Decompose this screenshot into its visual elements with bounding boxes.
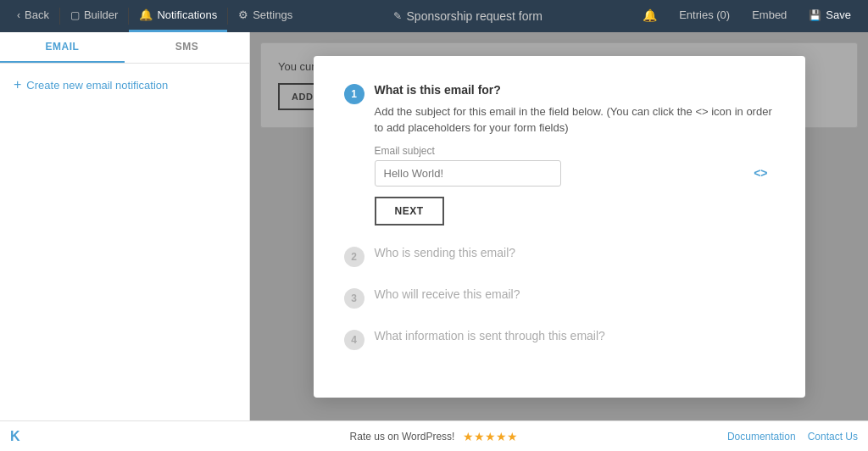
step-1: 1 What is this email for? Add the subjec… (344, 83, 775, 226)
tab-email[interactable]: EMAIL (0, 32, 125, 63)
footer-right-links: Documentation Contact Us (727, 431, 858, 443)
save-button[interactable]: 💾 Save (798, 0, 861, 32)
step-4-content: What information is sent through this em… (375, 329, 775, 342)
back-icon: ‹ (17, 9, 20, 21)
tab-sms[interactable]: SMS (125, 32, 249, 63)
email-subject-input[interactable] (375, 160, 561, 187)
contact-us-label: Contact Us (808, 431, 858, 443)
save-label: Save (826, 8, 851, 21)
main-area: EMAIL SMS + Create new email notificatio… (0, 32, 868, 420)
entries-button[interactable]: Entries (0) (669, 0, 740, 32)
step-2-content: Who is sending this email? (375, 246, 775, 259)
step-1-title: What is this email for? (375, 83, 775, 97)
next-button[interactable]: NEXT (375, 197, 444, 226)
step-1-description: Add the subject for this email in the fi… (375, 103, 775, 136)
step-4-number: 4 (344, 330, 364, 350)
sidebar-tabs: EMAIL SMS (0, 32, 249, 64)
builder-button[interactable]: ▢ Builder (60, 0, 128, 32)
builder-label: Builder (84, 8, 118, 21)
bell-alert-button[interactable]: 🔔 (632, 0, 667, 32)
builder-icon: ▢ (70, 9, 80, 21)
step-1-title-text: What is this email for? (375, 83, 501, 97)
back-label: Back (25, 8, 49, 21)
notifications-label: Notifications (157, 8, 217, 21)
footer-center: Rate us on WordPress! ★★★★★ (350, 430, 519, 443)
nav-right-actions: 🔔 Entries (0) Embed 💾 Save (632, 0, 861, 32)
email-tab-label: EMAIL (46, 41, 80, 53)
step-1-field-label-text: Email subject (375, 145, 435, 157)
save-icon: 💾 (809, 9, 821, 21)
next-label: NEXT (395, 205, 424, 217)
step-3-title-text: Who will receive this email? (375, 287, 520, 301)
star-icons[interactable]: ★★★★★ (463, 430, 518, 443)
footer: K Rate us on WordPress! ★★★★★ Documentat… (0, 420, 868, 451)
create-new-label: Create new email notification (26, 79, 168, 92)
step-2-title: Who is sending this email? (375, 246, 775, 259)
form-title: Sponsorship request form (407, 9, 542, 23)
content-area: You currently do not have any emails con… (250, 32, 868, 420)
step-1-desc-text: Add the subject for this email in the fi… (375, 105, 772, 135)
step-3: 3 Who will receive this email? (344, 287, 775, 309)
embed-button[interactable]: Embed (742, 0, 797, 32)
settings-label: Settings (253, 8, 292, 21)
back-button[interactable]: ‹ Back (7, 0, 59, 32)
code-brackets-icon[interactable]: <> (754, 166, 767, 180)
step-1-content: What is this email for? Add the subject … (375, 83, 775, 226)
rate-text: Rate us on WordPress! (350, 431, 455, 443)
email-subject-input-group: <> (375, 160, 775, 187)
step-3-content: Who will receive this email? (375, 287, 775, 301)
alert-bell-icon: 🔔 (643, 8, 657, 22)
footer-logo: K (10, 429, 20, 444)
documentation-label: Documentation (727, 431, 796, 443)
sidebar-content: + Create new email notification (0, 64, 249, 106)
top-navigation: ‹ Back ▢ Builder 🔔 Notifications ⚙ Setti… (0, 0, 868, 32)
edit-icon: ✎ (393, 10, 402, 22)
step-3-num-label: 3 (351, 292, 357, 304)
sidebar: EMAIL SMS + Create new email notificatio… (0, 32, 250, 420)
gear-icon: ⚙ (238, 8, 248, 21)
k-logo-icon: K (10, 429, 20, 443)
step-2: 2 Who is sending this email? (344, 246, 775, 267)
step-4-title: What information is sent through this em… (375, 329, 775, 342)
step-4-title-text: What information is sent through this em… (375, 329, 605, 342)
step-3-title: Who will receive this email? (375, 287, 775, 301)
bell-icon: 🔔 (139, 8, 153, 21)
modal-dialog: 1 What is this email for? Add the subjec… (314, 56, 805, 398)
plus-icon: + (14, 77, 21, 92)
step-2-num-label: 2 (351, 251, 357, 263)
settings-button[interactable]: ⚙ Settings (228, 0, 303, 32)
step-2-title-text: Who is sending this email? (375, 246, 516, 259)
step-1-field-label: Email subject (375, 145, 775, 157)
form-title-area: ✎ Sponsorship request form (303, 9, 632, 23)
step-1-number: 1 (344, 84, 364, 104)
entries-label: Entries (0) (679, 8, 730, 21)
contact-us-link[interactable]: Contact Us (808, 431, 858, 443)
step-4: 4 What information is sent through this … (344, 329, 775, 350)
step-2-number: 2 (344, 247, 364, 267)
step-1-num-label: 1 (351, 88, 357, 100)
documentation-link[interactable]: Documentation (727, 431, 796, 443)
create-new-email-button[interactable]: + Create new email notification (14, 77, 236, 92)
step-3-number: 3 (344, 288, 364, 309)
step-4-num-label: 4 (351, 334, 357, 346)
notifications-button[interactable]: 🔔 Notifications (129, 0, 227, 32)
sms-tab-label: SMS (175, 41, 199, 53)
embed-label: Embed (752, 8, 787, 21)
modal-overlay: 1 What is this email for? Add the subjec… (250, 32, 868, 420)
